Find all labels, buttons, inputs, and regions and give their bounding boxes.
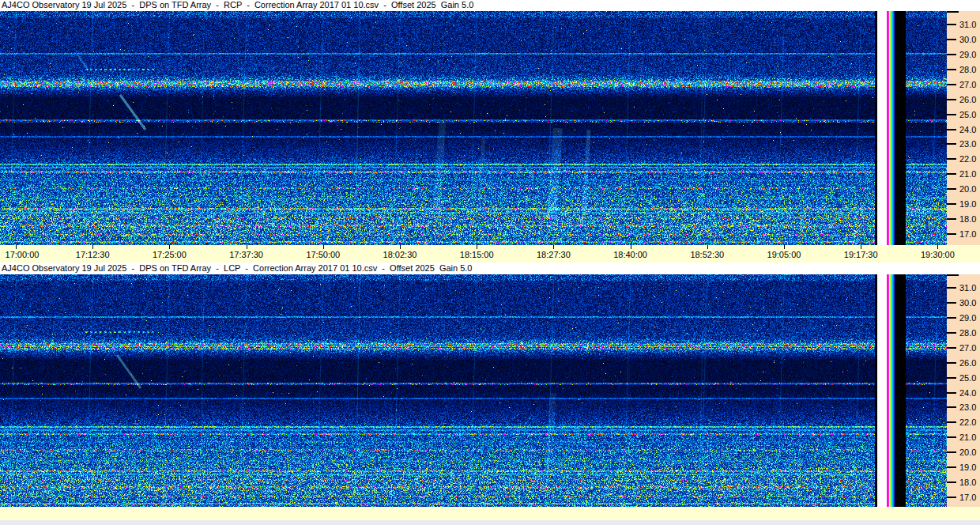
freq-label: 23.0: [959, 139, 976, 149]
freq-axis-lcp: 31.030.029.028.027.026.025.024.023.022.0…: [947, 274, 980, 507]
time-tick: [323, 245, 324, 249]
freq-tick: [947, 466, 956, 468]
panel-title-rcp: AJ4CO Observatory 19 Jul 2025 - DPS on T…: [0, 0, 980, 11]
bottom-axis-strip: [0, 507, 980, 520]
freq-label: 31.0: [959, 283, 976, 293]
freq-tick: [947, 218, 956, 220]
time-tick: [169, 245, 170, 249]
panel-title-lcp: AJ4CO Observatory 19 Jul 2025 - DPS on T…: [0, 262, 980, 274]
freq-tick: [947, 451, 956, 453]
freq-tick: [947, 84, 956, 85]
time-tick: [784, 245, 785, 249]
time-tick: [477, 245, 477, 249]
freq-tick: [947, 69, 956, 70]
freq-tick: [947, 497, 956, 498]
freq-axis-top-tick: [947, 11, 959, 13]
freq-tick: [947, 114, 956, 115]
freq-tick: [947, 203, 956, 205]
freq-label: 19.0: [959, 463, 976, 472]
freq-tick: [947, 302, 956, 304]
freq-tick: [947, 362, 956, 364]
panel-rcp: 31.030.029.028.027.026.025.024.023.022.0…: [0, 11, 980, 245]
time-label: 17:25:00: [147, 250, 191, 259]
time-label: 17:37:30: [224, 250, 269, 259]
freq-axis-top-tick: [947, 274, 959, 276]
freq-label: 30.0: [959, 298, 976, 308]
freq-label: 19.0: [959, 199, 976, 209]
freq-label: 17.0: [959, 493, 976, 502]
time-tick: [247, 245, 247, 249]
spectrogram-canvas-lcp: [0, 274, 947, 507]
freq-label: 20.0: [959, 448, 976, 457]
freq-label: 24.0: [959, 125, 976, 134]
freq-tick: [947, 99, 956, 100]
time-label: 18:40:00: [609, 250, 653, 259]
time-label: 18:27:30: [531, 250, 575, 259]
freq-tick: [947, 421, 956, 423]
freq-label: 31.0: [959, 20, 976, 29]
freq-tick: [947, 129, 956, 130]
freq-label: 29.0: [959, 313, 976, 323]
time-label: 19:30:00: [915, 250, 959, 259]
freq-tick: [947, 143, 956, 145]
freq-label: 27.0: [959, 343, 976, 353]
freq-label: 25.0: [959, 110, 976, 119]
freq-tick: [947, 317, 956, 319]
footer-strip: [0, 520, 980, 525]
freq-label: 20.0: [959, 184, 976, 194]
freq-label: 25.0: [959, 373, 976, 383]
freq-tick: [947, 377, 956, 379]
freq-label: 26.0: [959, 95, 976, 104]
freq-tick: [947, 482, 956, 483]
freq-label: 28.0: [959, 328, 976, 338]
time-tick: [707, 245, 708, 249]
freq-tick: [947, 347, 956, 349]
time-tick: [16, 245, 17, 249]
freq-tick: [947, 54, 956, 55]
time-label: 17:12:30: [70, 250, 115, 259]
time-tick: [937, 245, 938, 249]
time-label: 17:50:00: [301, 250, 345, 259]
time-label: 18:02:30: [378, 250, 422, 259]
freq-label: 27.0: [959, 80, 976, 89]
freq-tick: [947, 188, 956, 190]
time-tick: [92, 245, 93, 249]
freq-tick: [947, 436, 956, 438]
panel-lcp: 31.030.029.028.027.026.025.024.023.022.0…: [0, 274, 980, 507]
freq-tick: [947, 173, 956, 175]
freq-label: 23.0: [959, 402, 976, 412]
freq-tick: [947, 233, 956, 235]
time-axis: 17:00:0017:12:3017:25:0017:37:3017:50:00…: [0, 245, 980, 262]
freq-tick: [947, 39, 956, 40]
time-tick: [400, 245, 401, 249]
freq-label: 21.0: [959, 169, 976, 179]
spectrogram-canvas-rcp: [0, 11, 947, 245]
freq-label: 22.0: [959, 154, 976, 164]
freq-tick: [947, 406, 956, 408]
freq-label: 26.0: [959, 358, 976, 368]
freq-label: 17.0: [959, 229, 976, 239]
freq-label: 21.0: [959, 432, 976, 442]
time-tick: [631, 245, 631, 249]
spectrograph-window: AJ4CO Observatory 19 Jul 2025 - DPS on T…: [0, 0, 980, 525]
time-label: 19:05:00: [762, 250, 806, 259]
freq-tick: [947, 287, 956, 289]
freq-tick: [947, 332, 956, 334]
freq-label: 28.0: [959, 65, 976, 74]
freq-label: 29.0: [959, 50, 976, 59]
time-label: 19:17:30: [839, 250, 883, 259]
time-label: 17:00:00: [0, 250, 44, 259]
freq-tick: [947, 392, 956, 394]
freq-axis-rcp: 31.030.029.028.027.026.025.024.023.022.0…: [947, 11, 980, 245]
freq-label: 22.0: [959, 417, 976, 427]
time-label: 18:15:00: [454, 250, 499, 259]
freq-tick: [947, 24, 956, 25]
time-label: 18:52:30: [685, 250, 729, 259]
time-tick: [861, 245, 861, 249]
freq-tick: [947, 158, 956, 160]
freq-label: 18.0: [959, 478, 976, 487]
freq-label: 30.0: [959, 35, 976, 44]
time-tick: [553, 245, 554, 249]
freq-label: 24.0: [959, 388, 976, 398]
freq-label: 18.0: [959, 214, 976, 224]
